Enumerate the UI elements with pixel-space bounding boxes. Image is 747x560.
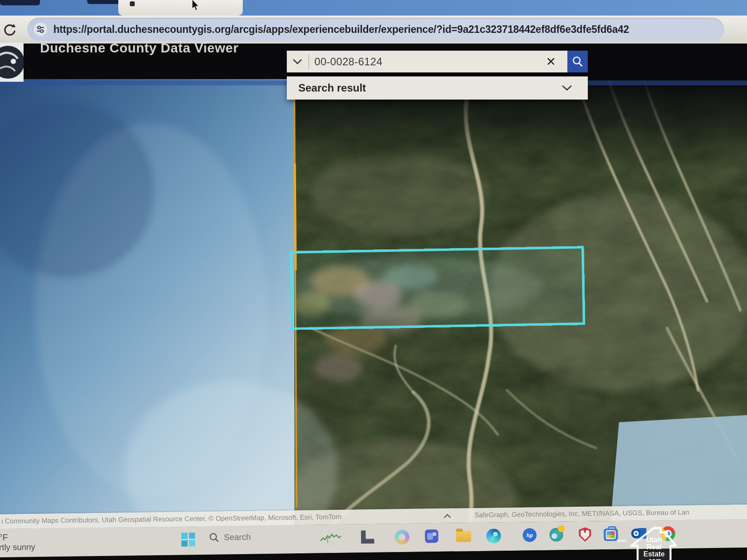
tab-favicon [130,1,135,6]
hp-glyph: hp [522,528,536,542]
reload-button[interactable] [2,22,18,38]
hp-label: hp [526,532,533,538]
l-app-icon[interactable] [361,530,374,544]
parcel-highlight [291,247,584,328]
browser-tab-strip [0,0,747,16]
background-tab[interactable] [0,0,40,5]
l-glyph [361,530,374,544]
folder-glyph [456,531,471,542]
watermark-line1: Utah [646,536,662,544]
chevron-down-icon [293,59,302,64]
chevron-up-icon [443,514,451,519]
watermark-line2: Real [647,543,662,551]
search-result-bar[interactable]: Search result [287,76,588,100]
browser-toolbar: https://portal.duchesnecountygis.org/arc… [0,16,747,44]
edge-glyph [486,528,501,543]
teams-glyph [425,529,438,543]
background-tab[interactable] [87,0,120,4]
copilot-swirl [395,530,410,544]
parcel-search-bar: 00-0028-6124 ✕ [287,51,588,72]
attribution-collapse-button[interactable] [443,512,451,520]
edge-icon[interactable] [486,528,501,543]
search-button[interactable] [567,51,588,72]
attribution-text-left: i Community Maps Contributors, Utah Geos… [1,513,341,525]
attribution-text-right: SafeGraph, GeoTechnologies, Inc, METI/NA… [474,508,747,519]
shield-glyph [578,528,591,542]
hp-icon[interactable]: hp [522,528,536,542]
mcafee-icon[interactable] [578,528,591,542]
search-type-dropdown[interactable] [287,51,308,72]
taskbar-search-label: Search [224,532,251,543]
toolbox-icon[interactable] [603,527,618,541]
url-bar[interactable]: https://portal.duchesnecountygis.org/arc… [28,18,724,41]
windows-start-button[interactable] [181,532,195,546]
search-input[interactable]: 00-0028-6124 [314,51,382,72]
app-title: Duchesne County Data Viewer [40,44,238,56]
url-text: https://portal.duchesnecountygis.org/arc… [53,18,716,41]
clear-search-button[interactable]: ✕ [539,51,562,72]
windows-icon [181,532,195,546]
watermark-dash [617,540,626,542]
divider [309,54,309,69]
screen: https://portal.duchesnecountygis.org/arc… [0,0,747,560]
site-settings-icon[interactable] [34,23,47,36]
active-browser-tab[interactable] [118,0,243,16]
weather-widget[interactable]: °F rtly sunny [0,532,35,553]
stocks-widget-icon[interactable] [320,532,341,546]
reload-icon [2,22,18,38]
bing-globe [549,528,563,541]
bing-icon[interactable] [549,528,563,541]
toolbox-glyph [604,528,618,541]
utah-real-estate-watermark: Utah Real Estate .com [626,524,685,560]
teams-icon[interactable] [425,529,438,543]
search-icon [209,532,220,543]
search-result-label: Search result [298,76,366,100]
county-logo [0,43,24,82]
watermark-line4: .com [647,557,662,560]
map-canvas[interactable] [0,79,747,560]
mouse-cursor-icon [191,0,203,14]
chevron-down-icon [562,85,572,91]
search-icon [571,56,584,68]
taskbar-search-button[interactable]: Search [209,532,251,543]
result-collapse-button[interactable] [554,76,580,100]
file-explorer-icon[interactable] [456,529,471,542]
copilot-icon[interactable] [395,530,410,544]
condition-text: rtly sunny [0,542,35,553]
close-icon: ✕ [546,55,556,69]
temperature-text: °F [0,532,35,542]
